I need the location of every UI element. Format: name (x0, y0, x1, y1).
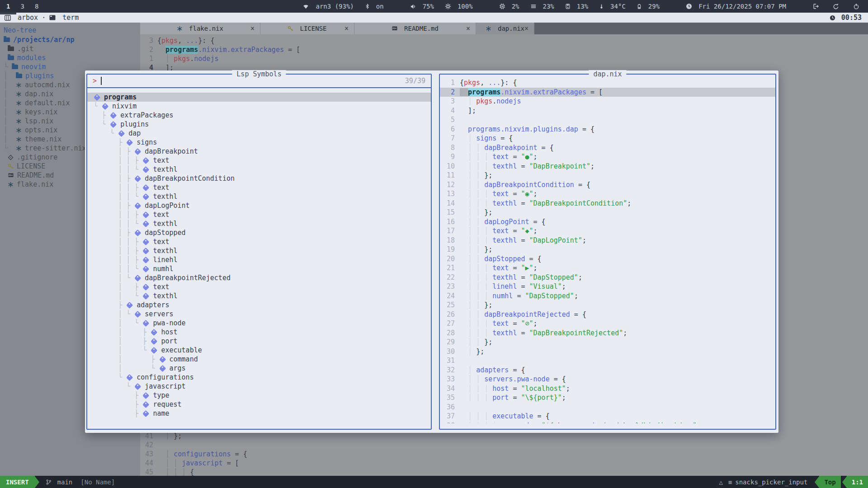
symbol-item-text[interactable]: │ │ ├ text (87, 210, 431, 219)
code-line: 21 │ │ │ text = "▶"; (440, 263, 775, 273)
code-line: 37 │ │ │ executable = { (440, 412, 775, 421)
symbol-label: adapters (137, 301, 169, 309)
tab-close-icon[interactable]: × (344, 24, 349, 33)
symbol-item-text[interactable]: │ │ ├ text (87, 237, 431, 246)
git-file-icon (8, 155, 14, 160)
lsp-symbols-picker: Lsp Symbols > 39/39 programs└ nixvim ├ e… (85, 70, 778, 433)
symbol-item-args[interactable]: │ └ args (87, 364, 431, 373)
tab-LICENSE[interactable]: LICENSE× (260, 23, 354, 34)
symbol-item-request[interactable]: ├ request (87, 400, 431, 409)
symbol-item-plugins[interactable]: └ plugins (87, 120, 431, 129)
symbol-item-texthl[interactable]: │ │ └ texthl (87, 192, 431, 201)
symbol-tag-icon (159, 356, 166, 363)
symbol-item-configurations[interactable]: └ configurations (87, 373, 431, 382)
symbol-label: text (153, 283, 169, 291)
tab-flake.nix[interactable]: flake.nix× (140, 23, 260, 34)
tab-close-icon[interactable]: × (250, 24, 255, 33)
symbol-item-pwa-node[interactable]: │ └ pwa-node (87, 319, 431, 328)
symbol-item-dapStopped[interactable]: │ ├ dapStopped (87, 228, 431, 237)
workspace-button-8[interactable]: 8 (35, 3, 38, 10)
symbol-label: texthl (153, 247, 177, 255)
code-line: 13 │ │ │ text = "◉"; (440, 189, 775, 199)
status-item-clock: Fri 26/12/2025 07:07 PM (686, 3, 786, 10)
workspace-button-1[interactable]: 1 (6, 3, 10, 10)
active-workspace-underline (0, 13, 16, 14)
tab-label: README.md (404, 25, 439, 32)
symbol-item-command[interactable]: │ ├ command (87, 355, 431, 364)
status-item-volume: 75% (410, 3, 434, 10)
symbol-item-linehl[interactable]: │ │ ├ linehl (87, 255, 431, 264)
scroll-position: Top (819, 476, 840, 488)
symbol-item-texthl[interactable]: │ │ └ texthl (87, 219, 431, 228)
preview-pane: dap.nix 1{pkgs, ...}: {2 programs.nixvim… (439, 74, 776, 430)
symbol-item-numhl[interactable]: │ │ └ numhl (87, 264, 431, 273)
code-line: 27 │ │ │ text = "⊘"; (440, 319, 775, 328)
symbol-item-host[interactable]: │ ├ host (87, 328, 431, 337)
workspace-button-3[interactable]: 3 (20, 3, 24, 10)
status-value: on (376, 3, 384, 10)
symbol-tag-icon (142, 211, 150, 218)
code-line: 18 │ │ │ texthl = "DapLogPoint"; (440, 236, 775, 245)
symbol-label: programs (104, 93, 137, 101)
symbol-item-texthl[interactable]: │ │ └ texthl (87, 165, 431, 174)
folder-open-icon (4, 38, 10, 42)
symbol-item-port[interactable]: │ ├ port (87, 337, 431, 346)
code-line: 25 │ │ }; (440, 300, 775, 310)
power-icon (853, 3, 859, 9)
session-tab-term[interactable]: term (62, 14, 79, 22)
symbol-item-dapBreakpoint[interactable]: │ ├ dapBreakpoint (87, 147, 431, 156)
symbol-label: linehl (153, 256, 177, 264)
tab-dap.nix[interactable]: dap.nix× (476, 23, 534, 34)
symbol-item-text[interactable]: │ │ ├ text (87, 156, 431, 165)
symbol-item-dap[interactable]: └ dap (87, 129, 431, 138)
neo-tree-title: Neo-tree (0, 25, 140, 35)
status-item-power[interactable] (853, 3, 863, 9)
symbol-item-texthl[interactable]: │ │ ├ texthl (87, 246, 431, 255)
tab-close-icon[interactable]: × (466, 24, 470, 33)
git-branch-icon (46, 479, 52, 485)
symbol-item-servers[interactable]: │ └ servers (87, 310, 431, 319)
symbol-item-programs[interactable]: programs (87, 93, 431, 102)
picker-pane: Lsp Symbols > 39/39 programs└ nixvim ├ e… (86, 74, 432, 430)
symbol-item-name[interactable]: ├ name (87, 409, 431, 418)
symbol-label: texthl (153, 165, 177, 174)
tree-item-label: LICENSE (17, 162, 45, 170)
symbol-label: dap (128, 129, 141, 137)
symbol-item-text[interactable]: │ │ ├ text (87, 183, 431, 192)
session-name[interactable]: arbox (18, 14, 38, 22)
code-line: 16 │ │ dapLogPoint = { (440, 217, 775, 227)
symbol-item-adapters[interactable]: ├ adapters (87, 300, 431, 310)
tab-close-icon[interactable]: × (524, 24, 528, 33)
tree-item-/projects/ar/np[interactable]: /projects/ar/np (0, 35, 140, 44)
powerline-arrow-icon (35, 476, 39, 488)
symbol-item-extraPackages[interactable]: ├ extraPackages (87, 111, 431, 120)
symbol-tag-icon (142, 166, 150, 173)
symbol-item-texthl[interactable]: │ └ texthl (87, 291, 431, 300)
status-value: 2% (512, 3, 519, 10)
symbol-tag-icon (142, 220, 150, 227)
tree-item-label: plugins (25, 72, 54, 80)
symbol-item-signs[interactable]: ├ signs (87, 138, 431, 147)
tab-README.md[interactable]: README.md× (354, 23, 476, 34)
symbol-tag-icon (94, 94, 101, 101)
tree-item-.git[interactable]: .git (0, 44, 140, 53)
symbol-item-dapBreakpointRejected[interactable]: │ └ dapBreakpointRejected (87, 273, 431, 282)
symbol-item-dapBreakpointCondition[interactable]: │ ├ dapBreakpointCondition (87, 174, 431, 183)
symbol-tag-icon (142, 265, 150, 272)
symbol-label: text (153, 211, 169, 219)
status-item-logout[interactable] (812, 3, 822, 9)
license-key-icon (8, 164, 14, 169)
tree-item-neovim[interactable]: └ neovim (0, 62, 140, 71)
status-value: 29% (648, 3, 660, 10)
symbol-item-type[interactable]: ├ type (87, 391, 431, 400)
status-item-restart[interactable] (833, 3, 842, 9)
symbol-item-text[interactable]: │ ├ text (87, 282, 431, 291)
symbol-item-dapLogPoint[interactable]: │ ├ dapLogPoint (87, 201, 431, 210)
cursor-position: 1:1 (847, 476, 868, 488)
code-line: 31 (440, 356, 775, 366)
powerline-arrow-icon (815, 476, 819, 488)
symbol-item-javascript[interactable]: └ javascript (87, 382, 431, 391)
symbol-item-executable[interactable]: │ └ executable (87, 346, 431, 355)
tree-item-modules[interactable]: modules (0, 53, 140, 62)
symbol-item-nixvim[interactable]: └ nixvim (87, 102, 431, 111)
